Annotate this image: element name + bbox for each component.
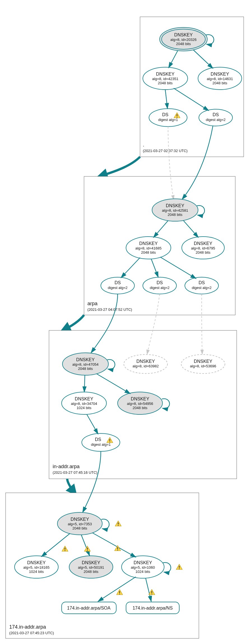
delegation-arpa-inaddr <box>64 315 84 330</box>
node-174-k2: DNSKEY alg=5, id=50191 2048 bits <box>69 556 113 578</box>
svg-text:DNSKEY: DNSKEY <box>75 396 93 401</box>
svg-text:2048 bits: 2048 bits <box>158 81 173 85</box>
node-arpa-ds1: DS digest alg=2 <box>101 277 134 294</box>
svg-text:alg=8, id=41685: alg=8, id=41685 <box>135 246 161 250</box>
svg-text:174.in-addr.arpa/NS: 174.in-addr.arpa/NS <box>132 606 173 610</box>
zone-label-root: . <box>143 142 144 148</box>
node-in-gk2: DNSKEY alg=8, id=53696 <box>181 354 225 374</box>
node-174-ksk: DNSKEY alg=5, id=7353 2048 bits <box>57 512 102 535</box>
node-in-ksk: DNSKEY alg=8, id=47054 2048 bits <box>62 353 108 375</box>
svg-text:DNSKEY: DNSKEY <box>194 241 212 246</box>
svg-text:alg=8, id=42581: alg=8, id=42581 <box>162 208 188 213</box>
zone-label-arpa: arpa <box>87 301 98 306</box>
dnssec-diagram: . (2021-03-27 02:37:32 UTC) DNSKEY alg=8… <box>0 0 249 644</box>
svg-text:DNSKEY: DNSKEY <box>131 396 149 401</box>
svg-text:digest alg=1: digest alg=1 <box>158 118 178 122</box>
svg-text:alg=8, id=34704: alg=8, id=34704 <box>71 402 97 406</box>
svg-text:2048 bits: 2048 bits <box>168 213 183 217</box>
node-root-zsk1: DNSKEY alg=8, id=42351 2048 bits <box>143 67 188 90</box>
delegation-inaddr-174 <box>67 479 74 492</box>
node-arpa-ksk: DNSKEY alg=8, id=42581 2048 bits <box>152 199 198 221</box>
svg-text:DNSKEY: DNSKEY <box>139 241 158 246</box>
svg-text:DS: DS <box>162 112 168 117</box>
svg-text:DS: DS <box>199 280 205 285</box>
node-root-ds1: DS digest alg=1 <box>149 109 187 127</box>
svg-text:2048 bits: 2048 bits <box>84 570 99 574</box>
svg-text:2048 bits: 2048 bits <box>213 81 227 85</box>
node-in-zsk1: DNSKEY alg=8, id=34704 1024 bits <box>62 392 106 414</box>
svg-text:2048 bits: 2048 bits <box>133 406 148 410</box>
svg-text:alg=8, id=63982: alg=8, id=63982 <box>132 364 159 368</box>
zone-ts-root: (2021-03-27 02:37:32 UTC) <box>143 149 188 153</box>
svg-text:DS: DS <box>115 280 121 285</box>
svg-text:2048 bits: 2048 bits <box>141 250 156 255</box>
node-arpa-zsk1: DNSKEY alg=8, id=41685 2048 bits <box>126 237 171 259</box>
svg-text:2048 bits: 2048 bits <box>196 250 211 255</box>
node-174-soa: 174.in-addr.arpa/SOA <box>62 602 116 614</box>
svg-text:1024 bits: 1024 bits <box>136 570 150 574</box>
zone-ts-174: (2021-03-27 07:45:23 UTC) <box>9 631 54 635</box>
svg-text:alg=5, id=18165: alg=5, id=18165 <box>23 565 49 570</box>
node-arpa-ds2: DS digest alg=2 <box>143 277 176 294</box>
node-in-gk1: DNSKEY alg=8, id=63982 <box>124 354 167 374</box>
node-root-zsk2: DNSKEY alg=8, id=14631 2048 bits <box>198 67 242 90</box>
svg-text:1024 bits: 1024 bits <box>29 570 44 574</box>
svg-text:1024 bits: 1024 bits <box>77 406 92 410</box>
svg-text:digest alg=1: digest alg=1 <box>91 442 111 447</box>
node-root-ds2: DS digest alg=2 <box>199 109 232 126</box>
svg-text:DNSKEY: DNSKEY <box>76 357 95 362</box>
svg-text:digest alg=2: digest alg=2 <box>150 286 169 290</box>
svg-text:alg=8, id=54956: alg=8, id=54956 <box>127 402 153 406</box>
node-arpa-ds3: DS digest alg=2 <box>185 277 218 294</box>
svg-text:alg=8, id=6795: alg=8, id=6795 <box>191 246 215 250</box>
svg-text:alg=5, id=50191: alg=5, id=50191 <box>78 565 104 570</box>
svg-text:alg=8, id=47054: alg=8, id=47054 <box>72 362 98 367</box>
svg-text:2048 bits: 2048 bits <box>78 367 93 371</box>
svg-text:DNSKEY: DNSKEY <box>134 560 152 565</box>
svg-text:DNSKEY: DNSKEY <box>71 517 89 522</box>
svg-text:DS: DS <box>157 280 163 285</box>
zone-label-inaddr: in-addr.arpa <box>53 464 80 469</box>
svg-text:alg=8, id=42351: alg=8, id=42351 <box>152 77 178 81</box>
node-root-ksk: DNSKEY alg=8, id=20326 2048 bits <box>160 27 207 51</box>
svg-text:DNSKEY: DNSKEY <box>211 72 229 76</box>
svg-text:alg=8, id=14631: alg=8, id=14631 <box>207 77 233 81</box>
node-174-k1: DNSKEY alg=5, id=18165 1024 bits <box>15 556 58 578</box>
svg-text:DNSKEY: DNSKEY <box>82 560 100 565</box>
svg-text:2048 bits: 2048 bits <box>176 42 191 46</box>
svg-text:digest alg=2: digest alg=2 <box>108 286 127 290</box>
node-arpa-zsk2: DNSKEY alg=8, id=6795 2048 bits <box>182 237 224 259</box>
svg-text:alg=5, id=1060: alg=5, id=1060 <box>131 565 155 570</box>
svg-text:DNSKEY: DNSKEY <box>136 359 155 364</box>
zone-ts-arpa: (2021-03-27 04:07:52 UTC) <box>87 307 132 312</box>
delegation-root-arpa <box>101 157 140 176</box>
svg-text:alg=5, id=7353: alg=5, id=7353 <box>68 522 92 526</box>
svg-text:digest alg=2: digest alg=2 <box>192 286 211 290</box>
svg-text:DNSKEY: DNSKEY <box>174 32 193 37</box>
svg-text:alg=8, id=20326: alg=8, id=20326 <box>170 38 196 42</box>
zone-label-174: 174.in-addr.arpa <box>9 624 46 630</box>
svg-text:DS: DS <box>95 437 101 442</box>
svg-text:DS: DS <box>213 112 219 117</box>
svg-text:DNSKEY: DNSKEY <box>27 560 46 565</box>
zone-ts-inaddr: (2021-03-27 07:45:16 UTC) <box>53 470 97 475</box>
node-174-ns: 174.in-addr.arpa/NS <box>126 602 179 614</box>
node-in-ds: DS digest alg=1 <box>82 433 120 451</box>
node-174-k3: DNSKEY alg=5, id=1060 1024 bits <box>122 556 164 578</box>
svg-text:2048 bits: 2048 bits <box>73 526 87 530</box>
svg-text:alg=8, id=53696: alg=8, id=53696 <box>190 364 216 368</box>
svg-text:digest alg=2: digest alg=2 <box>206 118 225 122</box>
svg-text:DNSKEY: DNSKEY <box>166 203 184 208</box>
node-in-zsk2: DNSKEY alg=8, id=54956 2048 bits <box>118 392 162 414</box>
svg-text:DNSKEY: DNSKEY <box>156 72 174 76</box>
svg-text:174.in-addr.arpa/SOA: 174.in-addr.arpa/SOA <box>67 606 111 610</box>
svg-text:DNSKEY: DNSKEY <box>194 359 212 364</box>
